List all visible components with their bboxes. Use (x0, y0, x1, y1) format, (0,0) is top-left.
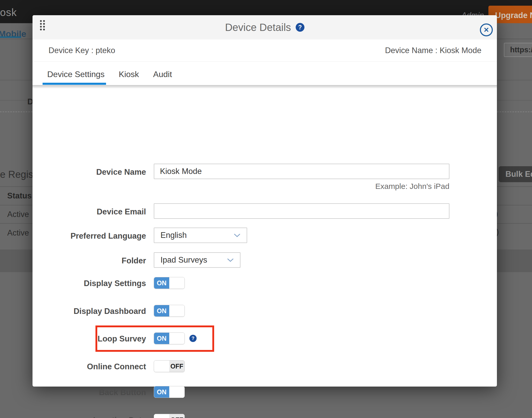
display-dashboard-toggle[interactable]: ON (154, 305, 185, 317)
display-settings-label: Display Settings (33, 279, 146, 288)
device-key-text: Device Key : pteko (49, 46, 115, 55)
display-settings-toggle[interactable]: ON (154, 277, 185, 289)
url-field[interactable]: https://o (504, 43, 532, 57)
nav-tab-mobile-underline (0, 36, 21, 38)
toggle-state: OFF (169, 361, 184, 372)
device-name-text: Device Name : Kiosk Mode (385, 46, 481, 55)
status-column-header: Status (7, 191, 32, 200)
location-data-toggle[interactable]: OFF (154, 414, 185, 418)
online-connect-label: Online Connect (33, 362, 146, 371)
preferred-language-select[interactable]: English (154, 228, 247, 243)
chevron-down-icon (227, 258, 234, 262)
toggle-state: ON (154, 386, 169, 398)
table-row-status: Active (7, 228, 29, 238)
device-email-input[interactable] (154, 203, 449, 219)
loop-survey-label: Loop Survey (33, 334, 146, 344)
back-button-toggle[interactable]: ON (154, 386, 185, 398)
bulk-edit-button[interactable]: Bulk Edit D (499, 166, 532, 182)
device-name-hint: Example: John's iPad (154, 182, 449, 191)
device-name-input[interactable] (154, 164, 449, 179)
loop-survey-toggle[interactable]: ON (154, 332, 185, 344)
modal-title: Device Details (225, 22, 291, 33)
title-help-icon[interactable]: ? (296, 23, 304, 32)
tab-audit[interactable]: Audit (153, 70, 172, 79)
device-key-row: Device Key : pteko Device Name : Kiosk M… (33, 39, 497, 62)
device-settings-form: Device Name Example: John's iPad Device … (33, 85, 497, 387)
toggle-state: OFF (169, 414, 184, 418)
preferred-language-value: English (160, 231, 187, 240)
tab-device-settings[interactable]: Device Settings (47, 70, 104, 79)
display-dashboard-label: Display Dashboard (33, 307, 146, 316)
app-logo: osk (0, 7, 17, 18)
online-connect-toggle[interactable]: OFF (154, 360, 185, 372)
loop-survey-help-icon[interactable]: ? (189, 335, 197, 342)
device-name-label: Device Name (33, 168, 146, 177)
toggle-state: ON (154, 305, 169, 316)
toggle-state: ON (154, 333, 169, 344)
modal-tab-bar: Device Settings Kiosk Audit (33, 62, 497, 85)
close-icon[interactable]: ✕ (480, 23, 493, 36)
device-email-label: Device Email (33, 207, 146, 216)
folder-label: Folder (33, 256, 146, 265)
active-tab-underline (43, 83, 106, 85)
location-data-label: Location Data (33, 416, 146, 418)
folder-value: Ipad Surveys (160, 255, 207, 265)
preferred-language-label: Preferred Language (33, 231, 146, 241)
toggle-state: ON (154, 277, 169, 289)
chevron-down-icon (234, 233, 240, 237)
tab-kiosk[interactable]: Kiosk (119, 70, 139, 79)
modal-header: Device Details ? ✕ (33, 15, 497, 39)
back-button-label: Back Button (33, 388, 146, 397)
folder-select[interactable]: Ipad Surveys (154, 252, 240, 268)
device-details-modal: Device Details ? ✕ Device Key : pteko De… (33, 15, 497, 387)
table-row-status: Active (7, 210, 29, 219)
